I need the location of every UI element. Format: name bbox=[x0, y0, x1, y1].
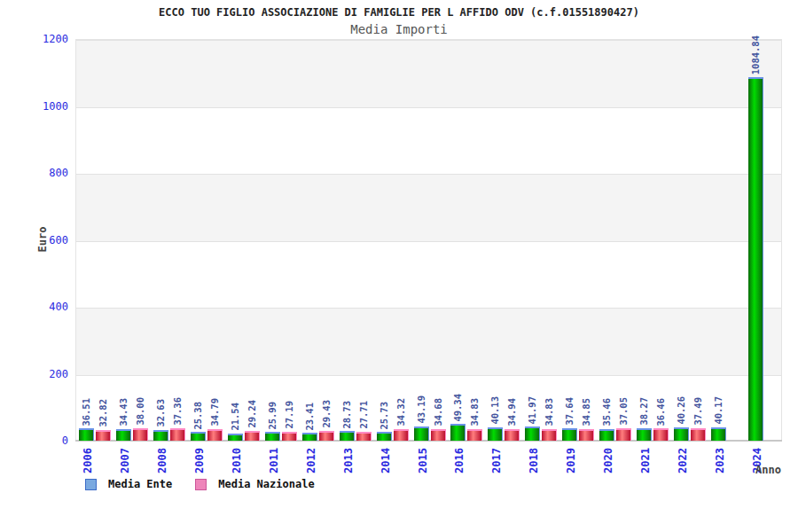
bar-value-label: 34.79 bbox=[209, 398, 221, 426]
chart-bar-media-nazionale bbox=[431, 429, 446, 441]
bar-value-label: 37.36 bbox=[172, 397, 184, 426]
chart-bar-media-ente bbox=[748, 77, 763, 441]
x-tick-label: 2021 bbox=[640, 448, 652, 473]
bar-value-label: 21.54 bbox=[230, 403, 241, 431]
bar-value-label: 34.83 bbox=[544, 398, 555, 426]
y-tick-label: 600 bbox=[0, 234, 68, 246]
x-tick-label: 2018 bbox=[528, 448, 540, 473]
bar-value-label: 29.43 bbox=[321, 400, 332, 428]
chart-bar-media-ente bbox=[79, 428, 94, 441]
bar-value-label: 37.49 bbox=[692, 397, 704, 426]
chart-bar-media-ente bbox=[450, 424, 466, 441]
gridline bbox=[76, 107, 781, 108]
plot-band-gray bbox=[76, 40, 781, 107]
chart-bar-media-nazionale bbox=[579, 429, 594, 441]
bar-value-label: 40.13 bbox=[489, 396, 501, 425]
bar-value-label: 40.26 bbox=[676, 396, 687, 425]
chart-canvas: ECCO TUO FIGLIO ASSOCIAZIONE DI FAMIGLIE… bbox=[0, 0, 798, 532]
x-tick-label: 2015 bbox=[418, 448, 429, 473]
bar-value-label: 38.00 bbox=[135, 397, 146, 426]
legend: Media Ente Media Nazionale bbox=[85, 478, 338, 490]
chart-bar-media-nazionale bbox=[467, 429, 482, 441]
x-tick-label: 2008 bbox=[157, 448, 168, 473]
y-tick-label: 400 bbox=[0, 301, 68, 313]
chart-title: ECCO TUO FIGLIO ASSOCIAZIONE DI FAMIGLIE… bbox=[0, 6, 798, 19]
bar-value-label: 25.99 bbox=[267, 402, 278, 430]
bar-value-label: 32.63 bbox=[155, 399, 167, 427]
x-tick-label: 2009 bbox=[194, 448, 206, 473]
bar-value-label: 23.41 bbox=[304, 403, 316, 431]
plot-area: 36.5132.8234.4338.0032.6337.3625.3834.79… bbox=[75, 39, 782, 441]
x-tick-label: 2019 bbox=[566, 448, 577, 473]
x-tick-label: 2006 bbox=[82, 448, 94, 473]
plot-band-gray bbox=[76, 308, 781, 375]
y-tick-label: 0 bbox=[0, 434, 68, 447]
x-tick-label: 2010 bbox=[231, 448, 243, 473]
bar-value-label: 32.82 bbox=[98, 399, 109, 427]
chart-bar-media-ente bbox=[302, 433, 317, 441]
plot-band-white bbox=[76, 241, 781, 309]
bar-value-label: 28.73 bbox=[341, 401, 353, 429]
bar-value-label: 1084.84 bbox=[750, 35, 762, 74]
chart-bar-media-nazionale bbox=[653, 428, 669, 441]
chart-bar-media-nazionale bbox=[356, 432, 372, 441]
bar-value-label: 27.19 bbox=[284, 401, 295, 429]
bar-value-label: 29.24 bbox=[246, 400, 258, 428]
legend-label-media-nazionale: Media Nazionale bbox=[218, 478, 314, 490]
chart-bar-media-nazionale bbox=[245, 431, 260, 441]
chart-bar-media-ente bbox=[488, 427, 503, 441]
chart-bar-media-ente bbox=[228, 434, 243, 441]
bar-value-label: 34.94 bbox=[506, 398, 518, 426]
y-tick-label: 1000 bbox=[0, 100, 68, 113]
gridline bbox=[76, 241, 781, 242]
chart-bar-media-nazionale bbox=[505, 429, 520, 441]
chart-bar-media-ente bbox=[414, 426, 429, 441]
chart-bar-media-ente bbox=[711, 427, 726, 441]
chart-bar-media-nazionale bbox=[207, 429, 223, 441]
chart-bar-media-ente bbox=[525, 426, 540, 441]
gridline bbox=[76, 375, 781, 376]
bar-value-label: 40.17 bbox=[713, 396, 724, 425]
chart-bar-media-nazionale bbox=[542, 429, 557, 441]
chart-bar-media-ente bbox=[377, 432, 392, 441]
chart-bar-media-nazionale bbox=[691, 428, 706, 441]
x-tick-label: 2013 bbox=[343, 448, 355, 473]
chart-bar-media-nazionale bbox=[616, 428, 631, 441]
bar-value-label: 35.46 bbox=[601, 398, 613, 426]
y-tick-label: 200 bbox=[0, 368, 68, 380]
bar-value-label: 37.64 bbox=[564, 397, 575, 426]
chart-bar-media-ente bbox=[265, 432, 280, 441]
plot-band-white bbox=[76, 107, 781, 175]
chart-bar-media-ente bbox=[116, 429, 131, 441]
bar-value-label: 49.34 bbox=[452, 394, 464, 422]
legend-swatch-media-nazionale bbox=[195, 479, 207, 490]
chart-bar-media-nazionale bbox=[394, 429, 409, 441]
legend-swatch-media-ente bbox=[85, 479, 97, 490]
y-tick-label: 1200 bbox=[0, 33, 68, 45]
bar-value-label: 36.51 bbox=[81, 398, 92, 426]
chart-bar-media-nazionale bbox=[170, 428, 185, 441]
chart-bar-media-nazionale bbox=[319, 431, 334, 441]
chart-bar-media-ente bbox=[599, 429, 614, 441]
chart-subtitle: Media Importi bbox=[0, 22, 798, 36]
chart-bar-media-ente bbox=[562, 428, 577, 441]
x-tick-label: 2022 bbox=[677, 448, 689, 473]
plot-band-gray bbox=[76, 174, 781, 241]
y-tick-label: 800 bbox=[0, 167, 68, 179]
bar-value-label: 25.73 bbox=[379, 402, 390, 430]
gridline bbox=[76, 40, 781, 41]
bar-value-label: 34.68 bbox=[433, 398, 444, 426]
bar-value-label: 38.27 bbox=[638, 397, 650, 426]
bar-value-label: 34.32 bbox=[395, 398, 407, 426]
bar-value-label: 27.71 bbox=[358, 401, 370, 429]
bar-value-label: 34.43 bbox=[118, 398, 129, 426]
bar-value-label: 36.46 bbox=[655, 398, 667, 426]
bar-value-label: 43.19 bbox=[416, 395, 427, 424]
gridline bbox=[76, 308, 781, 309]
chart-bar-media-ente bbox=[153, 430, 168, 441]
x-axis-label: Anno bbox=[755, 464, 781, 476]
bar-value-label: 34.85 bbox=[581, 398, 592, 426]
x-tick-label: 2016 bbox=[454, 448, 466, 473]
bar-value-label: 37.05 bbox=[618, 397, 630, 426]
x-tick-label: 2014 bbox=[380, 448, 392, 473]
